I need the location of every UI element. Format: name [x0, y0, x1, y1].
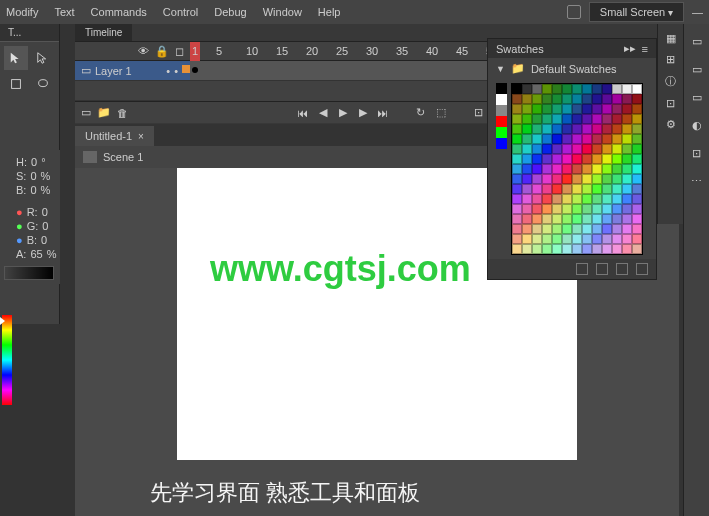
panel-menu-icon[interactable]: ≡: [642, 43, 648, 55]
swatch-cell[interactable]: [622, 184, 632, 194]
swatch-cell[interactable]: [582, 244, 592, 254]
swatch-cell[interactable]: [632, 114, 642, 124]
swatch-cell[interactable]: [532, 134, 542, 144]
swatch-cell[interactable]: [622, 204, 632, 214]
swatch-cell[interactable]: [592, 194, 602, 204]
new-folder-icon[interactable]: 📁: [97, 106, 111, 119]
swatch-cell[interactable]: [572, 154, 582, 164]
swatch-cell[interactable]: [562, 104, 572, 114]
swatch-cell[interactable]: [532, 164, 542, 174]
menu-help[interactable]: Help: [318, 6, 341, 18]
last-frame-icon[interactable]: ⏭: [376, 106, 390, 120]
swatch-cell[interactable]: [602, 114, 612, 124]
swatch-cell[interactable]: [542, 184, 552, 194]
swatch-cell[interactable]: [622, 84, 632, 94]
swatch-cell[interactable]: [582, 214, 592, 224]
swatch-cell[interactable]: [582, 174, 592, 184]
subselection-tool[interactable]: [31, 46, 55, 70]
swatch-cell[interactable]: [572, 174, 582, 184]
swatch-cell[interactable]: [622, 224, 632, 234]
onion-skin-icon[interactable]: ⬚: [434, 106, 448, 120]
menu-text[interactable]: Text: [54, 6, 74, 18]
swatch-cell[interactable]: [572, 214, 582, 224]
swatch-cell[interactable]: [622, 244, 632, 254]
swatch-cell[interactable]: [622, 94, 632, 104]
swatch-cell[interactable]: [572, 164, 582, 174]
layer-row[interactable]: ▭ Layer 1 ••: [75, 61, 190, 81]
swatch-cell[interactable]: [522, 244, 532, 254]
swatch-cell[interactable]: [522, 234, 532, 244]
swatch-cell[interactable]: [542, 194, 552, 204]
selection-tool[interactable]: [4, 46, 28, 70]
swatch-cell[interactable]: [632, 94, 642, 104]
swatch-cell[interactable]: [592, 204, 602, 214]
step-forward-icon[interactable]: ▶: [356, 106, 370, 120]
menu-window[interactable]: Window: [263, 6, 302, 18]
swatch-cell[interactable]: [612, 104, 622, 114]
swatch-cell[interactable]: [602, 124, 612, 134]
swatch-cell[interactable]: [552, 174, 562, 184]
disclosure-icon[interactable]: ▼: [496, 64, 505, 74]
swatch-cell[interactable]: [572, 204, 582, 214]
swatch-cell[interactable]: [542, 154, 552, 164]
new-layer-icon[interactable]: ▭: [81, 106, 91, 119]
swatch-folder-row[interactable]: ▼ 📁 Default Swatches: [488, 58, 656, 79]
layer-name[interactable]: Layer 1: [95, 65, 132, 77]
swatch-cell[interactable]: [632, 164, 642, 174]
swatches-panel-icon[interactable]: ▦: [666, 32, 676, 45]
swatch-cell[interactable]: [552, 114, 562, 124]
swatch-cell[interactable]: [622, 214, 632, 224]
r-value[interactable]: 0: [42, 206, 48, 218]
swatch-cell[interactable]: [562, 204, 572, 214]
swatch-cell[interactable]: [602, 84, 612, 94]
swatch-cell[interactable]: [542, 174, 552, 184]
swatch-cell[interactable]: [612, 144, 622, 154]
swatch-cell[interactable]: [512, 144, 522, 154]
info-panel-icon[interactable]: ⓘ: [665, 74, 676, 89]
swatch-cell[interactable]: [602, 194, 612, 204]
scene-name[interactable]: Scene 1: [103, 151, 143, 163]
swatch-cell[interactable]: [552, 214, 562, 224]
new-swatch-icon[interactable]: [596, 263, 608, 275]
properties-icon[interactable]: ▭: [688, 32, 706, 50]
swatch-cell[interactable]: [542, 124, 552, 134]
swatch-cell[interactable]: [552, 234, 562, 244]
swatch-cell[interactable]: [582, 84, 592, 94]
swatch-cell[interactable]: [552, 134, 562, 144]
swatch-cell[interactable]: [622, 134, 632, 144]
swatch-cell[interactable]: [612, 194, 622, 204]
swatch-cell[interactable]: [512, 214, 522, 224]
swatch-cell[interactable]: [512, 164, 522, 174]
swatch-cell[interactable]: [522, 164, 532, 174]
swatch-cell[interactable]: [522, 84, 532, 94]
swatch-cell[interactable]: [562, 244, 572, 254]
swatch-cell[interactable]: [602, 234, 612, 244]
b-value[interactable]: 0: [30, 184, 36, 196]
swatch-cell[interactable]: [592, 84, 602, 94]
new-folder-swatch-icon[interactable]: [576, 263, 588, 275]
swatch-cell[interactable]: [612, 124, 622, 134]
swatch-cell[interactable]: [562, 224, 572, 234]
swatch-cell[interactable]: [572, 124, 582, 134]
swatch-cell[interactable]: [572, 104, 582, 114]
swatch-cell[interactable]: [552, 104, 562, 114]
swatch-cell[interactable]: [582, 144, 592, 154]
swatch-cell[interactable]: [572, 134, 582, 144]
swatch-cell[interactable]: [612, 224, 622, 234]
swatch-cell[interactable]: [562, 184, 572, 194]
swatch-cell[interactable]: [512, 104, 522, 114]
lock-icon[interactable]: 🔒: [155, 45, 169, 58]
swatch-cell[interactable]: [592, 234, 602, 244]
swatch-cell[interactable]: [602, 154, 612, 164]
swatch-cell[interactable]: [572, 114, 582, 124]
first-frame-icon[interactable]: ⏮: [296, 106, 310, 120]
swatch-cell[interactable]: [592, 104, 602, 114]
swatch-cell[interactable]: [542, 234, 552, 244]
swatch-cell[interactable]: [632, 244, 642, 254]
swatch-cell[interactable]: [562, 164, 572, 174]
swatch-grid[interactable]: [511, 83, 643, 255]
swatch-cell[interactable]: [572, 224, 582, 234]
hue-slider[interactable]: [2, 315, 12, 405]
swatch-cell[interactable]: [552, 194, 562, 204]
swatch-cell[interactable]: [542, 214, 552, 224]
